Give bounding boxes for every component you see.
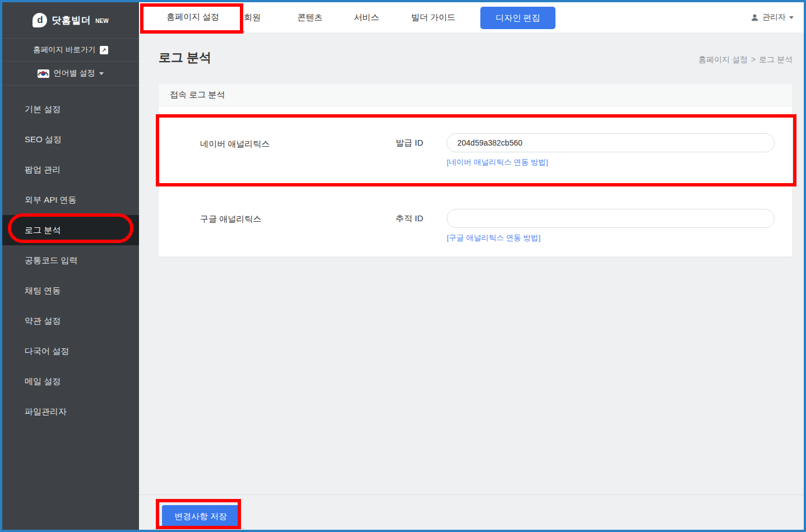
tab-services[interactable]: 서비스 — [345, 2, 388, 32]
naver-analytics-field: 발급 ID [네이버 애널리틱스 연동 방법] — [349, 133, 775, 167]
naver-analytics-id-input[interactable] — [447, 133, 775, 152]
tab-members[interactable]: 회원 — [235, 2, 269, 32]
google-analytics-id-input[interactable] — [447, 209, 775, 228]
homepage-shortcut-link[interactable]: 홈페이지 바로가기 ↗ — [2, 39, 139, 61]
breadcrumb: 홈페이지 설정>로그 분석 — [698, 55, 793, 65]
panel-header: 접속 로그 분석 — [159, 84, 792, 106]
tab-homepage-settings[interactable]: 홈페이지 설정 — [141, 2, 244, 32]
homepage-shortcut-label: 홈페이지 바로가기 — [33, 45, 96, 55]
sidebar-item-multilingual-settings[interactable]: 다국어 설정 — [2, 336, 139, 366]
brand-badge: NEW — [95, 18, 108, 24]
chevron-down-icon — [789, 16, 794, 19]
top-navigation: 홈페이지 설정 회원 콘텐츠 서비스 빌더 가이드 디자인 편집 관리자 — [139, 2, 804, 32]
footer-divider — [139, 494, 804, 495]
brand-logo: d 닷홈빌더 NEW — [2, 2, 139, 38]
sidebar-item-chat-integration[interactable]: 채팅 연동 — [2, 276, 139, 306]
external-link-icon: ↗ — [100, 46, 108, 54]
korea-flag-icon — [38, 69, 49, 78]
divider — [2, 85, 139, 86]
google-analytics-field: 추적 ID [구글 애널리틱스 연동 방법] — [349, 209, 775, 243]
sidebar-item-basic-settings[interactable]: 기본 설정 — [2, 94, 139, 124]
access-log-panel: 접속 로그 분석 네이버 애널리틱스 발급 ID [네이버 애널리틱스 연동 방… — [159, 84, 792, 256]
sidebar-item-terms-settings[interactable]: 약관 설정 — [2, 306, 139, 336]
tab-builder-guide[interactable]: 빌더 가이드 — [402, 2, 464, 32]
language-settings-dropdown[interactable]: 언어별 설정 — [2, 62, 139, 85]
sidebar-item-external-api[interactable]: 외부 API 연동 — [2, 185, 139, 215]
naver-analytics-label: 네이버 애널리틱스 — [200, 106, 270, 181]
sidebar-menu: 기본 설정 SEO 설정 팝업 관리 외부 API 연동 로그 분석 공통코드 … — [2, 94, 139, 427]
breadcrumb-item-homepage-settings: 홈페이지 설정 — [698, 55, 748, 64]
chevron-down-icon — [99, 72, 104, 75]
naver-analytics-row: 네이버 애널리틱스 발급 ID [네이버 애널리틱스 연동 방법] — [159, 106, 792, 181]
main-content: 로그 분석 홈페이지 설정>로그 분석 접속 로그 분석 네이버 애널리틱스 발… — [139, 32, 804, 530]
breadcrumb-separator: > — [751, 55, 756, 64]
design-edit-button[interactable]: 디자인 편집 — [480, 7, 555, 29]
sidebar-item-seo-settings[interactable]: SEO 설정 — [2, 124, 139, 155]
tab-contents[interactable]: 콘텐츠 — [289, 2, 331, 32]
admin-user-menu[interactable]: 관리자 — [751, 2, 794, 32]
sidebar-item-log-analysis[interactable]: 로그 분석 — [2, 215, 139, 245]
sidebar: d 닷홈빌더 NEW 홈페이지 바로가기 ↗ 언어별 설정 기본 설정 SEO … — [2, 2, 139, 530]
sidebar-item-popup-management[interactable]: 팝업 관리 — [2, 155, 139, 185]
sidebar-item-common-code[interactable]: 공통코드 입력 — [2, 245, 139, 276]
brand-name: 닷홈빌더 — [52, 14, 91, 27]
language-settings-label: 언어별 설정 — [54, 68, 95, 78]
google-analytics-label: 구글 애널리틱스 — [200, 182, 261, 256]
breadcrumb-item-log-analysis: 로그 분석 — [759, 55, 793, 64]
issued-id-label: 발급 ID — [349, 138, 423, 148]
save-changes-button[interactable]: 변경사항 저장 — [162, 505, 239, 528]
app-window: d 닷홈빌더 NEW 홈페이지 바로가기 ↗ 언어별 설정 기본 설정 SEO … — [0, 0, 806, 532]
tracking-id-label: 추적 ID — [349, 213, 423, 224]
sidebar-item-mail-settings[interactable]: 메일 설정 — [2, 366, 139, 396]
person-icon — [751, 13, 759, 22]
google-analytics-guide-link[interactable]: [구글 애널리틱스 연동 방법] — [447, 233, 540, 243]
admin-user-name: 관리자 — [762, 12, 786, 22]
page-title: 로그 분석 — [159, 49, 211, 66]
sidebar-item-file-manager[interactable]: 파일관리자 — [2, 396, 139, 427]
naver-analytics-guide-link[interactable]: [네이버 애널리틱스 연동 방법] — [447, 157, 548, 167]
brand-logo-icon: d — [33, 13, 47, 27]
google-analytics-row: 구글 애널리틱스 추적 ID [구글 애널리틱스 연동 방법] — [159, 181, 792, 256]
